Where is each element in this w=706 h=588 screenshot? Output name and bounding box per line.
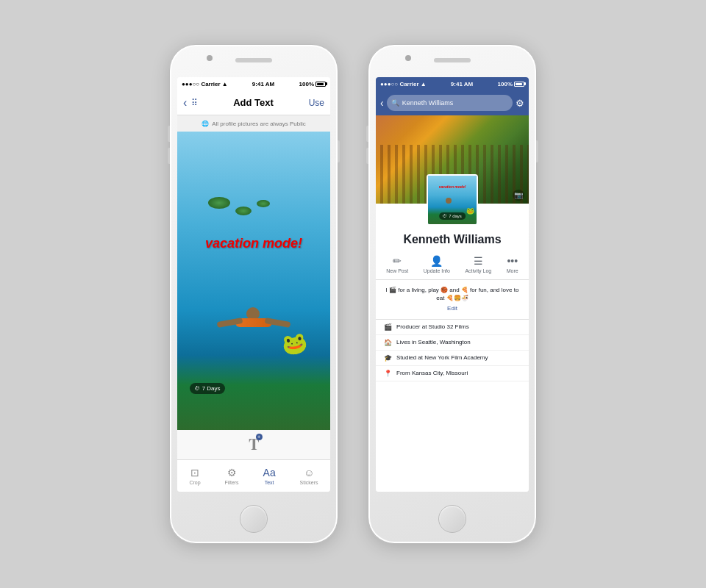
text-tool-area: 𝐓 +: [177, 430, 330, 459]
crop-icon: ⊡: [190, 467, 199, 478]
phone-1: ●●●○○ Carrier ▲ 9:41 AM 100% ‹ ⠿ Add Tex…: [169, 44, 338, 544]
new-post-action[interactable]: ✏ New Post: [386, 255, 408, 273]
battery-percent: 100%: [299, 81, 314, 87]
status-bar: ●●●○○ Carrier ▲ 9:41 AM 100%: [177, 77, 330, 90]
nav-title: Add Text: [233, 97, 274, 108]
pp-head: [446, 198, 452, 204]
search-bar[interactable]: 🔍 Kenneth Williams: [387, 95, 513, 111]
volume-button-4: [366, 148, 368, 164]
settings-icon[interactable]: ⚙: [516, 98, 524, 109]
filters-icon: ⚙: [227, 467, 237, 478]
status-bar-right: 100%: [299, 81, 326, 87]
volume-button: [168, 126, 170, 142]
new-post-icon: ✏: [393, 255, 402, 267]
crop-label: Crop: [189, 480, 200, 485]
back-button-profile[interactable]: ‹: [380, 97, 384, 109]
status-right-2: 100%: [498, 81, 524, 87]
work-text: Producer at Studio 32 Films: [396, 323, 469, 330]
filters-tool[interactable]: ⚙ Filters: [225, 467, 239, 485]
update-info-icon: 👤: [430, 255, 443, 267]
volume-button-2: [168, 148, 170, 164]
profile-name: Kenneth Williams: [403, 233, 501, 245]
stickers-label: Stickers: [300, 480, 318, 485]
bio-edit-button[interactable]: Edit: [383, 304, 521, 312]
home-button-2[interactable]: [438, 505, 466, 533]
text-icon: Aa: [263, 467, 276, 478]
carrier-text: ●●●○○ Carrier: [182, 81, 221, 87]
camera-icon[interactable]: 📷: [513, 190, 524, 201]
activity-log-action[interactable]: ☰ Activity Log: [465, 255, 491, 273]
battery-icon-2: [514, 82, 524, 87]
battery-fill-2: [516, 83, 522, 85]
add-text-button[interactable]: 𝐓 +: [249, 435, 260, 454]
education-text: Studied at New York Film Academy: [396, 354, 488, 361]
cover-photo: vacation mode! 🐸 ⏱ 7 days 📷: [376, 115, 529, 204]
crop-tool[interactable]: ⊡ Crop: [189, 467, 200, 485]
back-button[interactable]: ‹: [183, 96, 187, 110]
profile-picture[interactable]: vacation mode! 🐸 ⏱ 7 days: [427, 174, 478, 226]
time-text-2: 9:41 AM: [451, 81, 473, 87]
screen-1: ●●●○○ Carrier ▲ 9:41 AM 100% ‹ ⠿ Add Tex…: [177, 77, 330, 492]
volume-button-3: [366, 126, 368, 142]
filters-label: Filters: [225, 480, 239, 485]
activity-log-icon: ☰: [474, 255, 483, 267]
photo-background: vacation mode! 🐸 ⏱ 7 Days: [177, 132, 330, 430]
more-label: More: [507, 268, 518, 273]
status-bar-left: ●●●○○ Carrier ▲: [182, 81, 228, 87]
nav-bar: ‹ ⠿ Add Text Use: [177, 90, 330, 115]
work-icon: 🎬: [383, 323, 392, 331]
public-notice-text: All profile pictures are always Public: [212, 121, 306, 127]
power-button: [338, 140, 340, 162]
days-badge: ⏱ 7 Days: [190, 383, 225, 394]
profile-actions: ✏ New Post 👤 Update Info ☰ Activity Log …: [376, 249, 529, 280]
front-camera-2: [405, 55, 411, 61]
globe-icon: 🌐: [202, 121, 209, 127]
pp-vacation-text: vacation mode!: [439, 184, 466, 189]
stickers-icon: ☺: [304, 467, 314, 478]
home-icon: 🏠: [383, 339, 392, 346]
status-bar-profile: ●●●○○ Carrier ▲ 9:41 AM 100%: [376, 77, 529, 90]
island-2: [235, 207, 252, 215]
wifi-icon: ▲: [222, 81, 228, 87]
text-label: Text: [265, 480, 274, 485]
status-left: ●●●○○ Carrier ▲: [380, 81, 427, 87]
pp-days-badge: ⏱ 7 days: [439, 212, 466, 220]
island-1: [208, 197, 230, 209]
more-action[interactable]: ••• More: [507, 255, 518, 273]
bottom-toolbar: ⊡ Crop ⚙ Filters Aa Text ☺ Stickers: [177, 459, 330, 492]
front-camera: [207, 55, 213, 61]
profile-bio: I 🎬 for a living, play 🏀 and 🍕 for fun, …: [376, 280, 529, 320]
use-button[interactable]: Use: [309, 98, 324, 108]
update-info-action[interactable]: 👤 Update Info: [424, 255, 450, 273]
nav-bar-profile: ‹ 🔍 Kenneth Williams ⚙: [376, 90, 529, 115]
info-item-education: 🎓 Studied at New York Film Academy: [376, 351, 529, 366]
stickers-tool[interactable]: ☺ Stickers: [300, 467, 318, 485]
phone-2: ●●●○○ Carrier ▲ 9:41 AM 100% ‹ 🔍 Kenneth…: [368, 44, 537, 544]
carrier-text-2: ●●●○○ Carrier: [380, 81, 419, 87]
pp-frog-sticker: 🐸: [466, 207, 474, 215]
battery-percent-2: 100%: [498, 81, 513, 87]
screen-2: ●●●○○ Carrier ▲ 9:41 AM 100% ‹ 🔍 Kenneth…: [376, 77, 529, 492]
home-button[interactable]: [240, 505, 268, 533]
education-icon: 🎓: [383, 354, 392, 362]
profile-name-area: Kenneth Williams: [376, 230, 529, 249]
update-info-label: Update Info: [424, 268, 450, 273]
bio-text: I 🎬 for a living, play 🏀 and 🍕 for fun, …: [386, 287, 519, 301]
frog-sticker: 🐸: [279, 329, 309, 358]
time-text: 9:41 AM: [252, 81, 274, 87]
info-item-home: 🏠 Lives in Seattle, Washington: [376, 335, 529, 351]
battery-icon: [315, 82, 326, 87]
activity-log-label: Activity Log: [465, 268, 491, 273]
grid-icon[interactable]: ⠿: [191, 98, 198, 108]
pp-clock-icon: ⏱: [443, 214, 447, 218]
swimmer: [224, 304, 283, 340]
search-text: Kenneth Williams: [402, 99, 454, 107]
days-text: 7 Days: [202, 385, 221, 392]
text-tool[interactable]: Aa Text: [263, 467, 276, 485]
profile-content: Kenneth Williams ✏ New Post 👤 Update Inf…: [376, 204, 529, 492]
photo-area: vacation mode! 🐸 ⏱ 7 Days: [177, 132, 330, 430]
search-icon: 🔍: [391, 99, 399, 107]
vacation-text: vacation mode!: [205, 236, 302, 251]
info-item-work: 🎬 Producer at Studio 32 Films: [376, 320, 529, 335]
more-icon: •••: [507, 255, 518, 267]
